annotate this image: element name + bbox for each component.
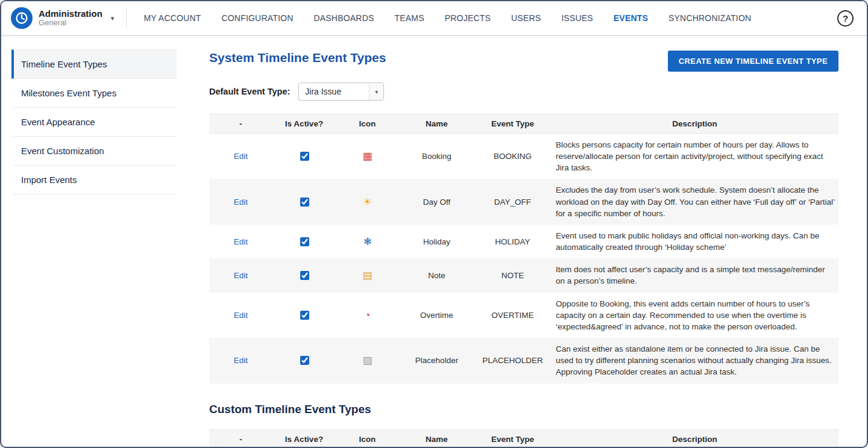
sidebar: Timeline Event TypesMilestones Event Typ…: [1, 36, 177, 448]
calendar-icon: ▦: [362, 151, 372, 162]
sidebar-item-milestones-event-types[interactable]: Milestones Event Types: [11, 79, 177, 108]
administration-menu[interactable]: Administration General ▾: [11, 7, 114, 29]
nav-item-configuration[interactable]: CONFIGURATION: [221, 13, 293, 23]
note-icon: ▤: [362, 270, 372, 281]
sidebar-item-event-customization[interactable]: Event Customization: [11, 137, 177, 166]
nav-item-issues[interactable]: ISSUES: [561, 13, 593, 23]
column-header-name: Name: [399, 114, 474, 134]
column-header-icon: Icon: [336, 429, 399, 448]
event-name: Booking: [399, 134, 474, 179]
custom-event-types-table: -Is Active?IconNameEvent TypeDescription…: [209, 429, 838, 448]
event-type-row: Edit☀Day OffDAY_OFFExcludes the day from…: [209, 179, 838, 224]
column-header--: -: [209, 429, 272, 448]
top-navigation-bar: Administration General ▾ MY ACCOUNTCONFI…: [1, 1, 867, 36]
event-name: Overtime: [399, 293, 474, 338]
edit-link[interactable]: Edit: [234, 271, 248, 280]
is-active-checkbox[interactable]: [300, 356, 309, 365]
column-header-description: Description: [551, 429, 838, 448]
column-header-name: Name: [399, 429, 474, 448]
event-type-code: BOOKING: [474, 134, 551, 179]
default-event-type-select[interactable]: Jira Issue ▾: [298, 82, 384, 101]
content-area: Timeline Event TypesMilestones Event Typ…: [1, 36, 867, 448]
is-active-checkbox[interactable]: [300, 237, 309, 246]
event-type-code: HOLIDAY: [474, 225, 551, 258]
event-description: Opposite to Booking, this event adds cer…: [551, 293, 838, 338]
edit-link[interactable]: Edit: [234, 311, 248, 320]
app-title: Administration: [39, 8, 102, 19]
table-header-row: -Is Active?IconNameEvent TypeDescription: [209, 429, 838, 448]
edit-link[interactable]: Edit: [234, 237, 248, 246]
is-active-checkbox[interactable]: [300, 198, 309, 207]
event-description: Excludes the day from user’s work schedu…: [551, 179, 838, 224]
edit-link[interactable]: Edit: [234, 152, 248, 161]
default-event-type-label: Default Event Type:: [209, 87, 290, 96]
column-header-icon: Icon: [336, 114, 399, 134]
edit-link[interactable]: Edit: [234, 356, 248, 365]
event-name: Placeholder: [399, 338, 474, 383]
page-head: System Timeline Event Types CREATE NEW T…: [209, 51, 838, 72]
sidebar-item-timeline-event-types[interactable]: Timeline Event Types: [11, 49, 177, 79]
event-type-row: Edit▤NoteNOTEItem does not affect user’s…: [209, 258, 838, 292]
default-event-type-row: Default Event Type: Jira Issue ▾: [209, 82, 838, 101]
system-event-types-table: -Is Active?IconNameEvent TypeDescription…: [209, 114, 838, 384]
create-timeline-event-type-button[interactable]: CREATE NEW TIMELINE EVENT TYPE: [668, 51, 838, 72]
event-type-row: Edit❄HolidayHOLIDAYEvent used to mark pu…: [209, 225, 838, 258]
is-active-checkbox[interactable]: [300, 311, 309, 320]
is-active-checkbox[interactable]: [300, 152, 309, 161]
event-type-code: PLACEHOLDER: [474, 338, 551, 383]
column-header--: -: [209, 114, 272, 134]
app-logo-icon: [11, 7, 33, 29]
column-header-event-type: Event Type: [474, 114, 551, 134]
nav-item-users[interactable]: USERS: [511, 13, 541, 23]
sun-icon: ☀: [363, 196, 372, 208]
brand-text: Administration General: [39, 8, 102, 28]
nav-item-my-account[interactable]: MY ACCOUNT: [143, 13, 201, 23]
hatch-pattern-icon: ▨: [362, 355, 372, 366]
event-type-row: Edit▨PlaceholderPLACEHOLDERCan exist eit…: [209, 338, 838, 383]
nav-item-dashboards[interactable]: DASHBOARDS: [313, 13, 374, 23]
divider: [126, 8, 127, 28]
primary-nav: MY ACCOUNTCONFIGURATIONDASHBOARDSTEAMSPR…: [143, 13, 751, 23]
page-title: System Timeline Event Types: [209, 51, 386, 65]
custom-section-title: Custom Timeline Event Types: [209, 403, 838, 416]
nav-item-events[interactable]: EVENTS: [614, 13, 648, 23]
chevron-down-icon[interactable]: ▾: [369, 83, 383, 100]
column-header-description: Description: [551, 114, 838, 134]
event-description: Blocks persons capacity for certain numb…: [551, 134, 838, 179]
event-name: Holiday: [399, 225, 474, 258]
is-active-checkbox[interactable]: [300, 271, 309, 280]
column-header-is-active-: Is Active?: [272, 114, 336, 134]
sidebar-item-event-appearance[interactable]: Event Appearance: [11, 108, 177, 137]
chevron-down-icon[interactable]: ▾: [111, 14, 115, 22]
event-name: Note: [399, 258, 474, 292]
edit-link[interactable]: Edit: [234, 198, 248, 207]
overtime-clock-icon: ◔: [364, 310, 370, 321]
help-glyph: ?: [843, 13, 848, 23]
app-window: Administration General ▾ MY ACCOUNTCONFI…: [0, 0, 868, 448]
sidebar-item-import-events[interactable]: Import Events: [11, 166, 177, 194]
main-panel: System Timeline Event Types CREATE NEW T…: [177, 36, 867, 448]
event-type-code: DAY_OFF: [474, 179, 551, 224]
nav-item-teams[interactable]: TEAMS: [395, 13, 424, 23]
event-type-code: NOTE: [474, 258, 551, 292]
event-description: Item does not affect user’s capacity and…: [551, 258, 838, 292]
help-icon[interactable]: ?: [837, 10, 854, 26]
app-subtitle: General: [39, 19, 102, 28]
default-event-type-value: Jira Issue: [305, 87, 341, 96]
column-header-is-active-: Is Active?: [272, 429, 336, 448]
snowflake-icon: ❄: [363, 236, 371, 247]
event-type-row: Edit▦BookingBOOKINGBlocks persons capaci…: [209, 134, 838, 179]
nav-item-synchronization[interactable]: SYNCHRONIZATION: [668, 13, 751, 23]
event-name: Day Off: [399, 179, 474, 224]
event-type-code: OVERTIME: [474, 293, 551, 338]
nav-item-projects[interactable]: PROJECTS: [445, 13, 491, 23]
column-header-event-type: Event Type: [474, 429, 551, 448]
event-type-row: Edit◔OvertimeOVERTIMEOpposite to Booking…: [209, 293, 838, 338]
event-description: Event used to mark public holidays and o…: [551, 225, 838, 258]
table-header-row: -Is Active?IconNameEvent TypeDescription: [209, 114, 838, 134]
event-description: Can exist either as standalone item or b…: [551, 338, 838, 383]
